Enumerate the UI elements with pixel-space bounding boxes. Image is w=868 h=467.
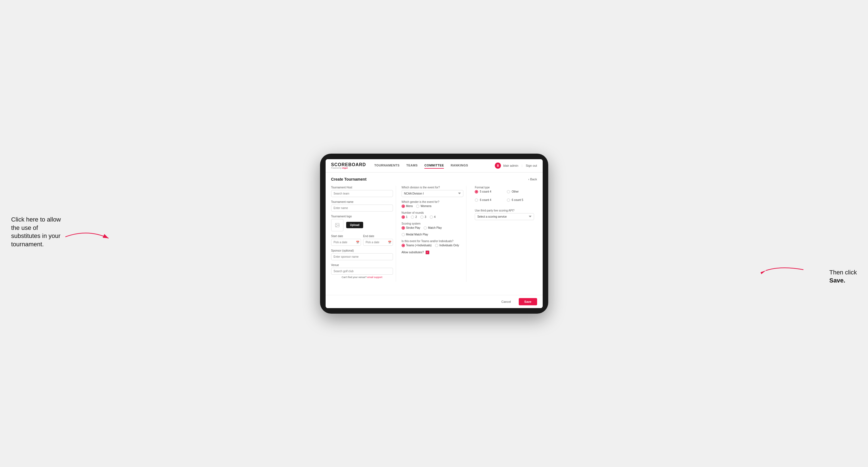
venue-label: Venue	[331, 263, 393, 267]
radio-individuals	[435, 244, 438, 247]
radio-5count4	[475, 190, 478, 193]
rounds-label: Number of rounds	[402, 211, 463, 214]
scoring-match[interactable]: Match Play	[424, 226, 442, 229]
tablet-frame: SCOREBOARD Powered by clippd TOURNAMENTS…	[320, 154, 548, 314]
radio-medal	[402, 233, 405, 236]
nav-user: B blair admin | Sign out	[495, 162, 537, 169]
substitutes-checkbox-label[interactable]: Allow substitutes? ✓	[402, 250, 463, 254]
venue-group: Venue Can't find your venue? email suppo…	[331, 263, 393, 279]
end-date-group: End date 📅	[363, 235, 393, 246]
scoring-stroke[interactable]: Stroke Play	[402, 226, 420, 229]
logo-scoreboard: SCOREBOARD	[331, 162, 366, 167]
logo-upload-area: Upload	[331, 219, 393, 231]
logo-powered: Powered by clippd	[331, 167, 366, 169]
format-other[interactable]: Other	[507, 190, 534, 193]
save-button[interactable]: Save	[519, 298, 537, 305]
event-for-group: Is this event for Teams and/or Individua…	[402, 240, 463, 247]
round-1[interactable]: 1	[402, 215, 408, 219]
scoring-medal[interactable]: Medal Match Play	[402, 233, 428, 236]
scoring-service-select[interactable]: Select a scoring service	[475, 213, 534, 220]
format-6count5[interactable]: 6 count 5	[507, 198, 534, 202]
sponsor-label: Sponsor (optional)	[331, 249, 393, 252]
rounds-group: Number of rounds 1 2	[402, 211, 463, 219]
radio-round3	[420, 215, 424, 219]
event-for-radio-group: Teams (+Individuals) Individuals Only	[402, 244, 463, 247]
gender-group: Which gender is the event for? Mens Wome…	[402, 200, 463, 208]
avatar: B	[495, 162, 501, 169]
gender-mens[interactable]: Mens	[402, 205, 413, 208]
cancel-button[interactable]: Cancel	[496, 298, 516, 305]
round-4[interactable]: 4	[430, 215, 436, 219]
rounds-radio-group: 1 2 3	[402, 215, 463, 219]
gender-label: Which gender is the event for?	[402, 200, 463, 204]
page-title: Create Tournament	[331, 177, 367, 182]
form-col-1: Tournament Host Tournament name Tourname…	[331, 186, 396, 282]
scoring-group: Scoring system Stroke Play Match Play	[402, 222, 463, 236]
nav-teams[interactable]: TEAMS	[406, 162, 418, 169]
back-button[interactable]: ‹ Back	[528, 178, 537, 181]
tournament-host-group: Tournament Host	[331, 186, 393, 197]
nav-tournaments[interactable]: TOURNAMENTS	[374, 162, 400, 169]
radio-6count5	[507, 198, 510, 202]
start-date-label: Start date	[331, 235, 361, 238]
radio-round2	[411, 215, 414, 219]
substitutes-checkbox[interactable]: ✓	[426, 250, 429, 254]
tablet-screen: SCOREBOARD Powered by clippd TOURNAMENTS…	[326, 159, 543, 308]
arrow-right-icon	[765, 263, 803, 277]
scoring-api-group: Use third-party live scoring API? Select…	[475, 209, 534, 220]
gender-womens[interactable]: Womens	[416, 205, 431, 208]
form-col-3: Format type 5 count 4 Other	[472, 186, 537, 282]
division-select[interactable]: NCAA Division I	[402, 190, 463, 197]
format-5count4[interactable]: 5 count 4	[475, 190, 502, 193]
event-teams[interactable]: Teams (+Individuals)	[402, 244, 432, 247]
division-label: Which division is the event for?	[402, 186, 463, 189]
form-col-2: Which division is the event for? NCAA Di…	[402, 186, 466, 282]
substitutes-group: Allow substitutes? ✓	[402, 250, 463, 254]
sign-out-link[interactable]: Sign out	[526, 164, 537, 167]
scoring-api-label: Use third-party live scoring API?	[475, 209, 534, 212]
logo-placeholder	[331, 219, 343, 231]
venue-input[interactable]	[331, 268, 393, 275]
calendar-icon-end: 📅	[388, 241, 391, 244]
nav-rankings[interactable]: RANKINGS	[451, 162, 468, 169]
scoring-radio-group: Stroke Play Match Play Medal Match Play	[402, 226, 463, 236]
nav-bar: SCOREBOARD Powered by clippd TOURNAMENTS…	[326, 159, 543, 173]
tournament-name-label: Tournament name	[331, 200, 393, 204]
email-support-link[interactable]: email support	[367, 276, 382, 279]
format-label: Format type	[475, 186, 534, 189]
nav-links: TOURNAMENTS TEAMS COMMITTEE RANKINGS	[374, 162, 495, 169]
radio-teams	[402, 244, 405, 247]
form-grid: Tournament Host Tournament name Tourname…	[331, 186, 537, 282]
annotation-right: Then click Save.	[829, 268, 857, 285]
upload-button[interactable]: Upload	[346, 222, 364, 228]
page-footer: Cancel Save	[326, 295, 543, 308]
svg-point-2	[336, 224, 337, 225]
event-for-label: Is this event for Teams and/or Individua…	[402, 240, 463, 243]
radio-womens-circle	[416, 205, 420, 208]
end-date-label: End date	[363, 235, 393, 238]
radio-stroke	[402, 226, 405, 229]
tournament-logo-label: Tournament logo	[331, 215, 393, 218]
start-date-group: Start date 📅	[331, 235, 361, 246]
tournament-name-input[interactable]	[331, 205, 393, 212]
nav-committee[interactable]: COMMITTEE	[425, 162, 444, 169]
format-6count4[interactable]: 6 count 4	[475, 198, 502, 202]
sponsor-group: Sponsor (optional)	[331, 249, 393, 260]
radio-round1	[402, 215, 405, 219]
gender-radio-group: Mens Womens	[402, 205, 463, 208]
division-group: Which division is the event for? NCAA Di…	[402, 186, 463, 197]
round-3[interactable]: 3	[420, 215, 426, 219]
event-individuals[interactable]: Individuals Only	[435, 244, 459, 247]
logo-area: SCOREBOARD Powered by clippd	[331, 162, 366, 169]
page-wrapper: Click here to allow the use of substitut…	[11, 154, 857, 314]
arrow-left-icon	[65, 228, 110, 245]
sponsor-input[interactable]	[331, 253, 393, 260]
round-2[interactable]: 2	[411, 215, 417, 219]
radio-round4	[430, 215, 433, 219]
tournament-name-group: Tournament name	[331, 200, 393, 212]
venue-help: Can't find your venue? email support	[331, 276, 393, 279]
date-group: Start date 📅 End date	[331, 235, 393, 246]
radio-other	[507, 190, 510, 193]
tournament-host-input[interactable]	[331, 190, 393, 197]
radio-match	[424, 226, 427, 229]
